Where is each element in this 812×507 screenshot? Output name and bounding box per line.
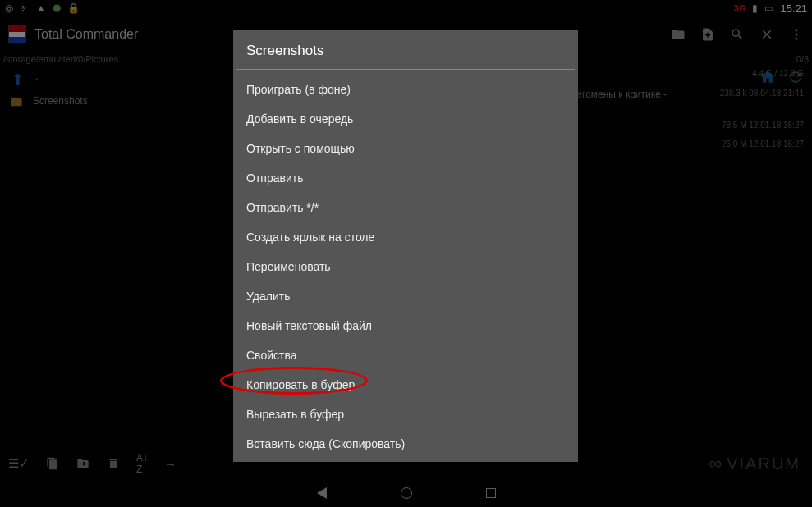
context-menu-item[interactable]: Вставить сюда (Скопировать): [233, 429, 578, 459]
app-title: Total Commander: [34, 27, 138, 42]
dialog-title: Screenshots: [233, 30, 578, 69]
network-indicator: 3G: [734, 3, 746, 13]
rss-icon: ᯤ: [20, 2, 30, 14]
clock: 15:21: [780, 2, 807, 15]
copy-button[interactable]: [46, 456, 59, 471]
shield-icon: ⬣: [53, 2, 61, 14]
divider: [236, 69, 575, 70]
lock-icon: 🔒: [67, 2, 80, 14]
context-menu-item[interactable]: Вырезать в буфер: [233, 400, 578, 429]
context-menu-item[interactable]: Создать ярлык на столе: [233, 222, 578, 252]
context-menu: Screenshots Проиграть (в фоне)Добавить в…: [233, 30, 578, 462]
close-button[interactable]: [759, 27, 774, 42]
folder-icon: [8, 95, 26, 108]
item-meta: 78.5 M 12.01.18 16:27: [722, 121, 804, 130]
transfer-button[interactable]: →: [164, 457, 177, 471]
context-menu-item[interactable]: Отправить: [233, 163, 578, 193]
search-button[interactable]: [730, 27, 745, 42]
battery-icon: ▭: [764, 2, 773, 14]
new-file-button[interactable]: [700, 27, 715, 42]
context-menu-item[interactable]: Переименовать: [233, 252, 578, 281]
item-meta: 26.0 M 12.01.18 16:27: [722, 139, 804, 148]
up-arrow-icon: ⬆: [8, 71, 26, 89]
watermark-text: VIARUM: [727, 454, 801, 473]
infinity-icon: ∞: [709, 453, 724, 474]
app-icon: [8, 25, 26, 43]
back-button[interactable]: [317, 487, 327, 499]
svg-point-0: [796, 29, 798, 31]
context-menu-item[interactable]: Добавить в очередь: [233, 104, 578, 134]
context-menu-item[interactable]: Копировать в буфер: [233, 370, 578, 400]
android-nav-bar: [0, 479, 812, 507]
folder-button[interactable]: [671, 27, 686, 42]
svg-point-2: [796, 38, 798, 40]
android-status-bar: ◎ ᯤ ▲ ⬣ 🔒 3G ▮ ▭ 15:21: [0, 0, 812, 16]
item-meta: 238.3 k 08.04.18 21:41: [720, 89, 804, 98]
highlight-annotation: [220, 367, 368, 395]
broadcast-icon: ◎: [5, 2, 13, 14]
context-menu-item[interactable]: Открыть с помощью: [233, 134, 578, 163]
home-button[interactable]: [401, 487, 412, 499]
signal-icon: ▮: [752, 2, 758, 14]
context-menu-item[interactable]: Удалить: [233, 281, 578, 311]
select-button[interactable]: ☰✓: [8, 456, 30, 471]
context-menu-item[interactable]: Отправить */*: [233, 193, 578, 222]
svg-point-1: [796, 34, 798, 36]
delete-button[interactable]: [107, 456, 120, 471]
menu-button[interactable]: [789, 27, 804, 42]
left-path-text: /storage/emulated/0/Pictures: [3, 54, 118, 64]
sort-button[interactable]: A↓Z↑: [136, 452, 148, 475]
right-count: 0/3: [796, 54, 809, 64]
recent-button[interactable]: [486, 488, 496, 498]
watermark: ∞ VIARUM: [709, 453, 801, 474]
context-menu-item[interactable]: Новый текстовый файл: [233, 311, 578, 340]
context-menu-item[interactable]: Проиграть (в фоне): [233, 75, 578, 104]
warning-icon: ▲: [36, 2, 46, 14]
move-button[interactable]: [76, 457, 90, 470]
context-menu-item[interactable]: Свойства: [233, 340, 578, 370]
up-meta: 4.4 G / 12.0 G: [752, 69, 804, 78]
